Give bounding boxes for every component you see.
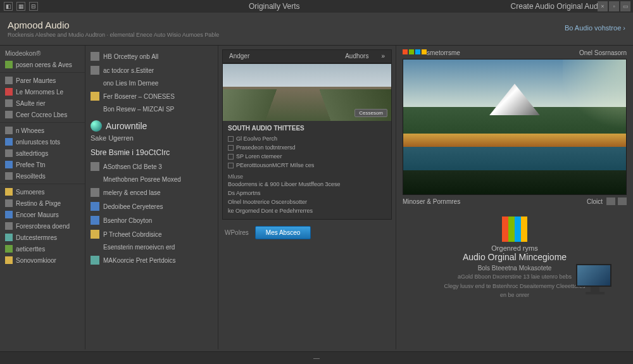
sidebar-item[interactable]: Resoilteds (0, 170, 85, 182)
settings-row[interactable]: ono Lies Im Dernee (91, 77, 213, 89)
row-label: ASothsen Cld Bete 3 (103, 163, 162, 170)
option-label: PEerotttousonMCRT MIlse ces (236, 162, 314, 168)
row-label: MAKoorcie Pret Pertdoics (103, 257, 176, 264)
settings-section2-title: Sbre Bsmie i 19oCtCIrc (91, 148, 213, 157)
primary-action-button[interactable]: Mes Absceo (255, 226, 311, 239)
settings-row[interactable]: P Trcheet Cobrdisice (91, 227, 213, 241)
sidebar-item[interactable]: posen oeres & Aves (0, 59, 85, 70)
promo-heading: Audio Orginal Mincegiome (403, 252, 627, 262)
sidebar-item-label: aeticerttes (16, 246, 45, 253)
row-label: Mnethobnen Posree Moxed (103, 176, 181, 183)
section-row: Ds Apmortns (228, 189, 386, 198)
sidebar-item[interactable]: onlurustces tots (0, 136, 85, 147)
sidebar-item-label: Foresrobrea doend (16, 223, 70, 230)
sidebar-item-icon (5, 149, 13, 157)
sidebar-item[interactable]: Prefee Ttn (0, 159, 85, 170)
sidebar-item-icon (5, 211, 13, 218)
preview-badge[interactable]: Cessesom (354, 109, 387, 117)
options-panel: SOUTH AUDIO THITTEES Gl Eoolvo PerchPras… (223, 121, 391, 219)
row-label: Fer Boserer – CONESES (103, 93, 175, 100)
sidebar-item-icon (5, 61, 13, 68)
sidebar-item-icon (5, 88, 13, 96)
settings-row[interactable]: Esensterin meroeivcn erd (91, 241, 213, 253)
orb-icon (91, 120, 102, 132)
settings-row[interactable]: Bsenhor Cboyton (91, 213, 213, 227)
section-row: Boodorrens ic & 900 Liboer Mustffeon 3ce… (228, 180, 386, 189)
sidebar-item-label: saltedrtiogs (16, 150, 48, 157)
settings-row[interactable]: ASothsen Cld Bete 3 (91, 160, 213, 173)
settings-row[interactable]: Fer Boserer – CONESES (91, 89, 213, 103)
settings-section-sub: Sake Ugerren (91, 134, 213, 142)
option-row[interactable]: SP Loren ctemeer (228, 152, 386, 161)
window-title-right: Create Audio Original Audio (511, 2, 604, 11)
row-label: Bsenhor Cboyton (103, 217, 152, 224)
close-icon[interactable]: × (598, 1, 608, 11)
row-icon (91, 216, 99, 225)
sidebar-item[interactable]: Ceer Cocreo Lbes (0, 109, 85, 120)
sidebar-item-icon (5, 245, 13, 253)
tab-bar: Andger Audhors » (222, 49, 392, 63)
checkbox-icon[interactable] (228, 163, 234, 168)
sidebar-item[interactable]: Restino & Pixge (0, 198, 85, 209)
sidebar-item-icon (5, 138, 13, 146)
rpanel-top-left: smetorrsme (427, 49, 460, 56)
settings-row[interactable]: Bon Resew – MIZCAI SP (91, 103, 213, 115)
row-icon (91, 162, 99, 171)
sidebar-item-icon (5, 172, 13, 180)
header-link[interactable]: Bo Audio vohstroe (565, 24, 625, 32)
row-label: ono Lies Im Dernee (103, 80, 158, 87)
option-row[interactable]: PEerotttousonMCRT MIlse ces (228, 161, 386, 170)
min-icon[interactable]: ▫ (609, 1, 619, 11)
sidebar-item[interactable]: Sonovomkioor (0, 254, 85, 266)
sidebar-heading: Miodeokon® (0, 48, 85, 59)
caption-button[interactable]: Cloict (587, 198, 603, 205)
option-label: Prasedeon todtntrxersd (236, 144, 296, 151)
settings-row[interactable]: melery & enced lase (91, 185, 213, 199)
checkbox-icon[interactable] (228, 154, 234, 160)
settings-row[interactable]: MAKoorcie Pret Pertdoics (91, 253, 213, 267)
checkbox-icon[interactable] (228, 136, 234, 142)
sidebar-item-label: Encoer Mauurs (16, 211, 59, 218)
option-row[interactable]: Prasedeon todtntrxersd (228, 143, 386, 152)
settings-row[interactable]: HB Orcettey onb All (91, 49, 213, 63)
tab-arrow-icon[interactable]: » (375, 49, 391, 63)
sidebar-item[interactable]: n Whoees (0, 125, 85, 136)
max-icon[interactable]: ▭ (620, 1, 630, 11)
sidebar-item[interactable]: SAulte rier (0, 97, 85, 109)
option-label: SP Loren ctemeer (236, 153, 282, 160)
row-label: Dedoibee Ceryeteres (103, 203, 163, 210)
settings-row[interactable]: Mnethobnen Posree Moxed (91, 173, 213, 185)
sidebar-item[interactable]: Encoer Mauurs (0, 209, 85, 220)
sidebar-item-label: n Whoees (16, 127, 44, 134)
sidebar-item-label: posen oeres & Aves (16, 61, 72, 68)
sidebar-item-label: Prefee Ttn (16, 161, 46, 168)
window-controls: × ▫ ▭ (598, 1, 630, 11)
sidebar-item-icon (5, 99, 13, 107)
sys-icon-3[interactable]: ⊟ (29, 2, 38, 11)
sidebar-item-label: onlurustces tots (16, 139, 60, 146)
settings-row[interactable]: Dedoibee Ceryeteres (91, 199, 213, 213)
settings-section-title: Aurowntile (91, 120, 213, 132)
caption-icon-1[interactable] (606, 198, 615, 205)
sidebar-item[interactable]: Parer Maurtes (0, 75, 85, 86)
sidebar-item-label: Dutcestermres (16, 234, 57, 241)
tab-left[interactable]: Andger (223, 49, 256, 63)
sidebar-item[interactable]: Le Mornomes Le (0, 86, 85, 97)
sidebar-item[interactable]: aeticerttes (0, 243, 85, 254)
sidebar-item[interactable]: Dutcestermres (0, 232, 85, 243)
sidebar-item-icon (5, 199, 13, 207)
settings-row[interactable]: ac todcor s.Estiter (91, 63, 213, 77)
sidebar-item[interactable]: saltedrtiogs (0, 147, 85, 159)
sidebar-item-icon (5, 77, 13, 84)
sidebar-item[interactable]: Sumoeres (0, 186, 85, 198)
sys-icon-2[interactable]: ▦ (16, 2, 25, 11)
options-section-label: Mluse (228, 173, 386, 180)
checkbox-icon[interactable] (228, 145, 234, 151)
tab-right[interactable]: Audhors (339, 49, 375, 63)
sidebar-item-icon (5, 256, 13, 264)
caption-icon-2[interactable] (618, 198, 627, 205)
sidebar-item[interactable]: Foresrobrea doend (0, 220, 85, 232)
section-row: ke Orgorned Dont e Pedehrrerres (228, 206, 386, 215)
sys-icon-1[interactable]: ◧ (4, 2, 13, 11)
option-row[interactable]: Gl Eoolvo Perch (228, 134, 386, 143)
